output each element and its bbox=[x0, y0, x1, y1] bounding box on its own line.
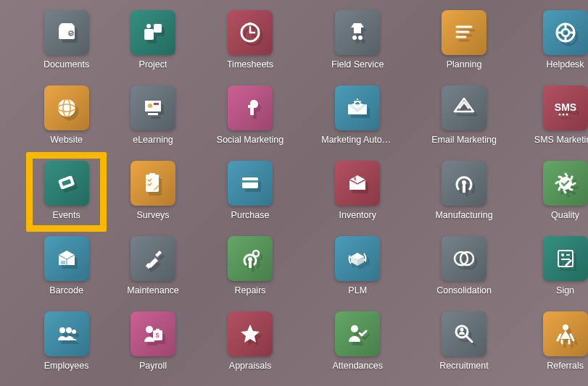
app-sms-marketing[interactable]: SMS Marketing bbox=[534, 85, 588, 145]
sms-marketing-icon bbox=[543, 85, 588, 130]
app-manufacturing[interactable]: Manufacturing bbox=[431, 161, 497, 220]
app-inventory[interactable]: Inventory bbox=[321, 161, 394, 220]
documents-icon bbox=[44, 10, 89, 55]
app-documents[interactable]: Documents bbox=[44, 10, 89, 70]
app-label: Helpdesk bbox=[547, 59, 584, 70]
app-label: Payroll bbox=[139, 361, 167, 371]
app-label: Timesheets bbox=[227, 59, 273, 70]
app-quality[interactable]: Quality bbox=[534, 161, 588, 220]
app-maintenance[interactable]: Maintenance bbox=[127, 236, 179, 295]
app-field-service[interactable]: Field Service bbox=[321, 10, 394, 70]
app-label: Appraisals bbox=[229, 361, 271, 371]
attendances-icon bbox=[335, 311, 380, 356]
website-icon bbox=[44, 85, 89, 130]
app-repairs[interactable]: Repairs bbox=[217, 236, 283, 295]
inventory-icon bbox=[335, 161, 380, 206]
app-surveys[interactable]: Surveys bbox=[127, 161, 179, 220]
app-label: Repairs bbox=[234, 285, 265, 295]
elearning-icon bbox=[131, 85, 175, 130]
app-label: Website bbox=[50, 135, 83, 145]
app-label: Manufacturing bbox=[435, 210, 492, 220]
barcode-icon bbox=[44, 236, 89, 281]
recruitment-icon bbox=[442, 311, 486, 356]
app-purchase[interactable]: Purchase bbox=[217, 161, 283, 220]
maintenance-icon bbox=[131, 236, 175, 281]
app-project[interactable]: Project bbox=[127, 10, 179, 70]
app-label: Social Marketing bbox=[217, 135, 283, 145]
referrals-icon bbox=[543, 311, 588, 356]
app-label: Marketing Autom... bbox=[321, 135, 394, 145]
app-payroll[interactable]: Payroll bbox=[127, 311, 179, 371]
app-label: Purchase bbox=[231, 210, 270, 220]
app-attendances[interactable]: Attendances bbox=[321, 311, 394, 371]
app-label: Field Service bbox=[331, 59, 384, 70]
app-label: Maintenance bbox=[127, 285, 179, 295]
app-label: Referrals bbox=[547, 361, 584, 371]
events-icon bbox=[44, 161, 89, 206]
social-marketing-icon bbox=[228, 85, 273, 130]
app-elearning[interactable]: eLearning bbox=[127, 85, 179, 145]
consolidation-icon bbox=[442, 236, 486, 281]
app-plm[interactable]: PLM bbox=[321, 236, 394, 295]
app-label: Planning bbox=[447, 59, 482, 70]
appraisals-icon bbox=[228, 311, 273, 356]
manufacturing-icon bbox=[442, 161, 486, 206]
employees-icon bbox=[44, 311, 89, 356]
marketing-automation-icon bbox=[335, 85, 380, 130]
app-label: Consolidation bbox=[436, 285, 492, 295]
app-label: Events bbox=[53, 210, 80, 220]
sign-icon bbox=[543, 236, 588, 281]
timesheets-icon bbox=[228, 10, 273, 55]
app-timesheets[interactable]: Timesheets bbox=[217, 10, 283, 70]
app-label: Documents bbox=[44, 59, 89, 70]
app-barcode[interactable]: Barcode bbox=[44, 236, 89, 295]
app-label: Quality bbox=[551, 210, 579, 220]
app-label: Employees bbox=[44, 361, 89, 371]
app-website[interactable]: Website bbox=[44, 85, 89, 145]
app-label: Sign bbox=[556, 285, 574, 295]
payroll-icon bbox=[131, 311, 175, 356]
purchase-icon bbox=[228, 161, 273, 206]
app-label: SMS Marketing bbox=[534, 135, 588, 145]
repairs-icon bbox=[228, 236, 273, 281]
field-service-icon bbox=[335, 10, 380, 55]
app-label: Attendances bbox=[332, 361, 383, 371]
app-planning[interactable]: Planning bbox=[431, 10, 497, 70]
app-label: Recruitment bbox=[439, 361, 488, 371]
app-consolidation[interactable]: Consolidation bbox=[431, 236, 497, 295]
app-email-marketing[interactable]: Email Marketing bbox=[431, 85, 497, 145]
planning-icon bbox=[442, 10, 486, 55]
project-icon bbox=[131, 10, 175, 55]
app-appraisals[interactable]: Appraisals bbox=[217, 311, 283, 371]
app-sign[interactable]: Sign bbox=[534, 236, 588, 295]
app-helpdesk[interactable]: Helpdesk bbox=[534, 10, 588, 70]
app-referrals[interactable]: Referrals bbox=[534, 311, 588, 371]
app-label: Email Marketing bbox=[431, 135, 497, 145]
email-marketing-icon bbox=[442, 85, 486, 130]
app-label: eLearning bbox=[133, 135, 173, 145]
quality-icon bbox=[543, 161, 588, 206]
app-marketing-automation[interactable]: Marketing Autom... bbox=[321, 85, 394, 145]
app-label: Surveys bbox=[136, 210, 169, 220]
plm-icon bbox=[335, 236, 380, 281]
surveys-icon bbox=[131, 161, 175, 206]
app-recruitment[interactable]: Recruitment bbox=[431, 311, 497, 371]
app-employees[interactable]: Employees bbox=[44, 311, 89, 371]
app-social-marketing[interactable]: Social Marketing bbox=[217, 85, 283, 145]
helpdesk-icon bbox=[543, 10, 588, 55]
app-label: PLM bbox=[348, 285, 367, 295]
app-label: Inventory bbox=[339, 210, 376, 220]
app-grid: DocumentsProjectTimesheetsField ServiceP… bbox=[0, 0, 588, 378]
app-label: Barcode bbox=[49, 285, 83, 295]
app-label: Project bbox=[139, 59, 167, 70]
app-events[interactable]: Events bbox=[44, 161, 89, 220]
